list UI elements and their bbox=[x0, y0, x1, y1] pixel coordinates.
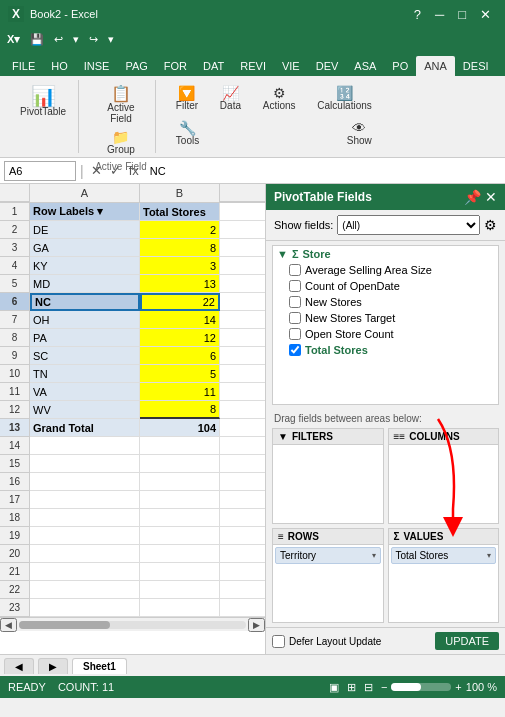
cell-a7[interactable]: OH bbox=[30, 311, 140, 329]
cell-b7[interactable]: 14 bbox=[140, 311, 220, 329]
cell-b18[interactable] bbox=[140, 509, 220, 527]
pivot-gear-icon[interactable]: ⚙ bbox=[484, 217, 497, 233]
actions-btn[interactable]: ⚙ Actions bbox=[259, 84, 300, 113]
pivot-close-btn[interactable]: ✕ bbox=[485, 189, 497, 205]
cell-a20[interactable] bbox=[30, 545, 140, 563]
question-btn[interactable]: ? bbox=[408, 5, 427, 24]
tab-page[interactable]: PAG bbox=[117, 56, 155, 76]
cell-a9[interactable]: SC bbox=[30, 347, 140, 365]
pivot-filters-content[interactable] bbox=[273, 445, 383, 523]
data-btn[interactable]: 📈 Data bbox=[216, 84, 245, 113]
cell-a11[interactable]: VA bbox=[30, 383, 140, 401]
name-box[interactable] bbox=[4, 161, 76, 181]
tools-btn[interactable]: 🔧 Tools bbox=[172, 119, 203, 148]
cell-a8[interactable]: PA bbox=[30, 329, 140, 347]
cell-b5[interactable]: 13 bbox=[140, 275, 220, 293]
save-qa-btn[interactable]: 💾 bbox=[27, 32, 47, 47]
pivot-checkbox-avg[interactable] bbox=[289, 264, 301, 276]
cell-b14[interactable] bbox=[140, 437, 220, 455]
pivot-pin-btn[interactable]: 📌 bbox=[464, 189, 481, 205]
cell-b12[interactable]: 8 bbox=[140, 401, 220, 419]
cell-b19[interactable] bbox=[140, 527, 220, 545]
maximize-btn[interactable]: □ bbox=[452, 5, 472, 24]
cell-b15[interactable] bbox=[140, 455, 220, 473]
active-field-btn[interactable]: 📋 Active Field bbox=[103, 84, 138, 126]
cell-a21[interactable] bbox=[30, 563, 140, 581]
defer-layout-checkbox[interactable] bbox=[272, 635, 285, 648]
cell-b4[interactable]: 3 bbox=[140, 257, 220, 275]
pivot-checkbox-opendate[interactable] bbox=[289, 280, 301, 292]
confirm-formula-btn[interactable]: ✓ bbox=[107, 163, 124, 178]
pivot-field-new-stores-target[interactable]: New Stores Target bbox=[273, 310, 498, 326]
tab-insert[interactable]: INSE bbox=[76, 56, 118, 76]
cell-b21[interactable] bbox=[140, 563, 220, 581]
cell-b10[interactable]: 5 bbox=[140, 365, 220, 383]
cell-a14[interactable] bbox=[30, 437, 140, 455]
undo-qa-btn[interactable]: ↩ bbox=[51, 32, 66, 47]
cell-a18[interactable] bbox=[30, 509, 140, 527]
tab-review[interactable]: REVI bbox=[232, 56, 274, 76]
cell-a5[interactable]: MD bbox=[30, 275, 140, 293]
view-normal-icon[interactable]: ▣ bbox=[329, 681, 339, 694]
pivot-field-count-opendate[interactable]: Count of OpenDate bbox=[273, 278, 498, 294]
pivot-rows-territory-tag[interactable]: Territory ▾ bbox=[275, 547, 381, 564]
tab-view[interactable]: VIE bbox=[274, 56, 308, 76]
pivottable-btn[interactable]: 📊 PivotTable bbox=[16, 84, 70, 119]
cell-a12[interactable]: WV bbox=[30, 401, 140, 419]
tab-more[interactable]: ▸ bbox=[497, 52, 505, 76]
redo-qa-btn[interactable]: ↪ bbox=[86, 32, 101, 47]
pivot-checkbox-openstorecount[interactable] bbox=[289, 328, 301, 340]
cell-a17[interactable] bbox=[30, 491, 140, 509]
excel-icon-btn[interactable]: X▾ bbox=[4, 32, 23, 47]
cell-a23[interactable] bbox=[30, 599, 140, 617]
col-header-b[interactable]: B bbox=[140, 184, 220, 202]
view-pagebreak-icon[interactable]: ⊟ bbox=[364, 681, 373, 694]
cancel-formula-btn[interactable]: ✕ bbox=[88, 163, 105, 178]
tab-dev[interactable]: DEV bbox=[308, 56, 347, 76]
tab-file[interactable]: FILE bbox=[4, 56, 43, 76]
show-btn[interactable]: 👁 Show bbox=[343, 119, 376, 148]
cell-b1[interactable]: Total Stores bbox=[140, 203, 220, 221]
cell-a3[interactable]: GA bbox=[30, 239, 140, 257]
cell-a6[interactable]: NC bbox=[30, 293, 140, 311]
pivot-field-new-stores[interactable]: New Stores bbox=[273, 294, 498, 310]
horizontal-scrollbar[interactable]: ◀ ▶ bbox=[0, 617, 265, 631]
cell-b23[interactable] bbox=[140, 599, 220, 617]
tab-analyze[interactable]: ANA bbox=[416, 56, 455, 76]
cell-a2[interactable]: DE bbox=[30, 221, 140, 239]
close-btn[interactable]: ✕ bbox=[474, 5, 497, 24]
cell-a19[interactable] bbox=[30, 527, 140, 545]
cell-a4[interactable]: KY bbox=[30, 257, 140, 275]
cell-b16[interactable] bbox=[140, 473, 220, 491]
tab-home[interactable]: HO bbox=[43, 56, 76, 76]
view-layout-icon[interactable]: ⊞ bbox=[347, 681, 356, 694]
cell-a15[interactable] bbox=[30, 455, 140, 473]
pivot-update-btn[interactable]: UPDATE bbox=[435, 632, 499, 650]
cell-a1[interactable]: Row Labels ▾ bbox=[30, 203, 140, 221]
tab-data[interactable]: DAT bbox=[195, 56, 232, 76]
pivot-show-fields-select[interactable]: (All) bbox=[337, 215, 480, 235]
filter-btn[interactable]: 🔽 Filter bbox=[172, 84, 202, 113]
sheet-nav-left[interactable]: ◀ bbox=[4, 658, 34, 674]
cell-b6[interactable]: 22 bbox=[140, 293, 220, 311]
cell-b13[interactable]: 104 bbox=[140, 419, 220, 437]
calculations-btn[interactable]: 🔢 Calculations bbox=[313, 84, 375, 113]
cell-b11[interactable]: 11 bbox=[140, 383, 220, 401]
more-qa-btn[interactable]: ▾ bbox=[105, 32, 117, 47]
cell-b3[interactable]: 8 bbox=[140, 239, 220, 257]
formula-input[interactable] bbox=[146, 165, 501, 177]
cell-b17[interactable] bbox=[140, 491, 220, 509]
cell-b22[interactable] bbox=[140, 581, 220, 599]
cell-b8[interactable]: 12 bbox=[140, 329, 220, 347]
tab-formulas[interactable]: FOR bbox=[156, 56, 195, 76]
group-btn[interactable]: 📁 Group bbox=[103, 128, 139, 157]
pivot-values-totalstores-tag[interactable]: Total Stores ▾ bbox=[391, 547, 497, 564]
insert-function-btn[interactable]: fx bbox=[126, 163, 142, 178]
cell-a16[interactable] bbox=[30, 473, 140, 491]
zoom-in-btn[interactable]: + bbox=[455, 681, 461, 693]
col-header-a[interactable]: A bbox=[30, 184, 140, 202]
pivot-field-open-store-count[interactable]: Open Store Count bbox=[273, 326, 498, 342]
sheet-nav-right[interactable]: ▶ bbox=[38, 658, 68, 674]
cell-b20[interactable] bbox=[140, 545, 220, 563]
cell-b2[interactable]: 2 bbox=[140, 221, 220, 239]
